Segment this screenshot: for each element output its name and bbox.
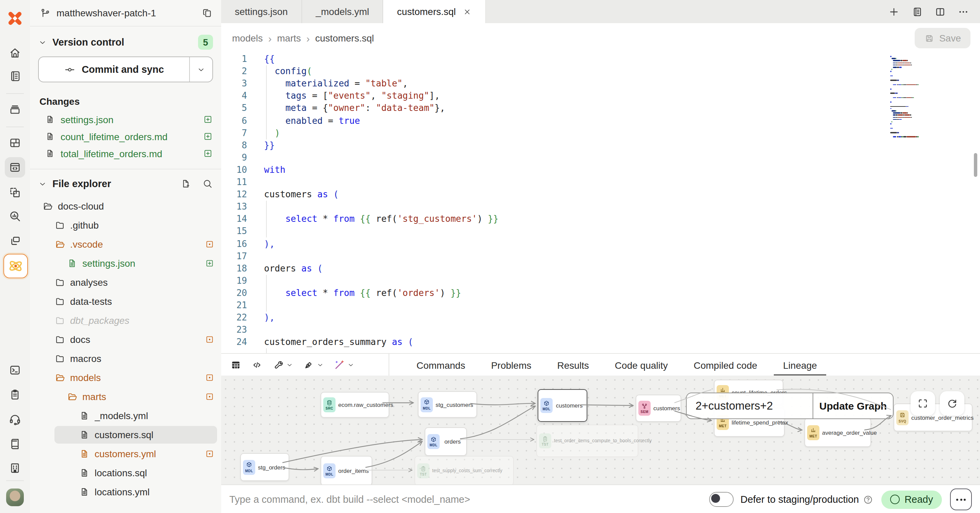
breadcrumb-segment[interactable]: customers.sql <box>315 33 374 44</box>
lineage-canvas[interactable]: 2+customers+2 Update Graph SRCecom.raw_c… <box>221 376 980 484</box>
rail-item-terminal[interactable] <box>8 363 22 377</box>
rail-item-windows[interactable] <box>8 234 22 248</box>
lineage-node-test-supply-costs[interactable]: TSTtest_supply_costs_sum_correctly <box>414 456 514 484</box>
code-line: 13 <box>221 201 980 213</box>
rail-item-docs[interactable] <box>8 437 22 450</box>
lineage-node-stg-customers[interactable]: MDLstg_customers <box>418 391 477 418</box>
tree-item-customers.yml[interactable]: customers.yml <box>30 444 221 463</box>
tree-item-docs-cloud[interactable]: docs-cloud <box>30 197 221 216</box>
stage-plus-icon[interactable] <box>203 148 213 159</box>
version-control-header[interactable]: Version control 5 <box>30 32 221 52</box>
defer-toggle[interactable] <box>709 492 733 507</box>
lineage-node-test-order-items[interactable]: TSTtest_order_items_compute_to_bools_cor… <box>536 424 638 457</box>
lineage-refresh-button[interactable] <box>940 391 964 416</box>
rail-item-insights[interactable] <box>8 210 22 223</box>
avatar[interactable] <box>6 489 24 506</box>
rail-item-support[interactable] <box>8 412 22 426</box>
split-editor-icon[interactable] <box>934 6 946 17</box>
tree-item-locations.yml[interactable]: locations.yml <box>30 482 221 502</box>
modified-badge-icon[interactable] <box>205 373 215 382</box>
rail-item-home[interactable] <box>8 46 22 60</box>
lineage-node-order-items[interactable]: MDLorder_items <box>321 456 372 484</box>
rail-item-archive[interactable] <box>8 103 22 116</box>
panel-tab-commands[interactable]: Commands <box>417 354 465 376</box>
panel-tab-compiled-code[interactable]: Compiled code <box>694 354 757 376</box>
code-editor[interactable]: 1{{2 config(3 materialized = "table",4 t… <box>221 53 980 353</box>
modified-badge-icon[interactable] <box>205 335 215 344</box>
editor-area: settings.json_models.ymlcustomers.sql mo… <box>221 0 980 513</box>
tree-item-_models.yml[interactable]: _models.yml <box>30 406 221 425</box>
lint-tool[interactable] <box>303 359 324 371</box>
more-options-button[interactable] <box>950 489 972 510</box>
modified-badge-icon[interactable] <box>205 392 215 402</box>
tab-_models.yml[interactable]: _models.yml <box>302 0 383 23</box>
modified-badge-icon[interactable] <box>205 449 215 459</box>
file-list-icon[interactable] <box>911 6 923 17</box>
rail-item-notebook[interactable] <box>8 69 22 83</box>
new-file-icon[interactable] <box>180 178 191 189</box>
tree-item-dbt_packages[interactable]: dbt_packages <box>30 311 221 330</box>
chevron-down-icon <box>347 361 355 369</box>
lineage-node-average-order-value[interactable]: METaverage_order_value <box>804 418 871 447</box>
branch-row[interactable]: matthewshaver-patch-1 <box>30 0 221 27</box>
rail-item-tasks[interactable] <box>8 388 22 402</box>
panel-tab-results[interactable]: Results <box>557 354 589 376</box>
rail-item-fusion[interactable] <box>3 254 27 277</box>
results-table-icon[interactable] <box>230 359 242 371</box>
commit-and-sync-button[interactable]: Commit and sync <box>38 56 213 82</box>
tree-item-settings.json[interactable]: settings.json <box>30 254 221 273</box>
commit-options-button[interactable] <box>190 57 212 82</box>
change-item[interactable]: total_lifetime_orders.md <box>30 145 221 162</box>
tree-item-models[interactable]: models <box>30 368 221 387</box>
help-icon[interactable] <box>863 494 873 505</box>
lineage-selector-input[interactable]: 2+customers+2 <box>687 393 813 418</box>
build-tool[interactable] <box>272 359 293 371</box>
lineage-fullscreen-button[interactable] <box>911 391 935 416</box>
rail-item-ide[interactable] <box>5 157 25 178</box>
tree-item-marts[interactable]: marts <box>30 387 221 406</box>
search-icon[interactable] <box>202 178 213 189</box>
stage-plus-icon[interactable] <box>203 114 213 124</box>
panel-tab-lineage[interactable]: Lineage <box>783 354 817 376</box>
close-icon[interactable] <box>463 7 472 16</box>
folder-icon <box>54 220 65 231</box>
tab-settings.json[interactable]: settings.json <box>221 0 302 23</box>
sql-code-icon[interactable] <box>251 359 263 371</box>
save-button[interactable]: Save <box>915 28 970 48</box>
ai-assist-tool[interactable] <box>334 359 355 371</box>
lineage-node-stg-orders[interactable]: MDLstg_orders <box>240 453 289 481</box>
added-badge-icon[interactable] <box>205 259 215 268</box>
stage-plus-icon[interactable] <box>203 131 213 141</box>
rail-item-organization[interactable] <box>8 461 22 475</box>
change-item[interactable]: settings.json <box>30 111 221 128</box>
lineage-node-ecom-raw-customers[interactable]: SRCecom.raw_customers <box>321 392 389 418</box>
new-tab-icon[interactable] <box>888 6 900 17</box>
tab-customers.sql[interactable]: customers.sql <box>383 0 486 23</box>
tree-item-data-tests[interactable]: data-tests <box>30 292 221 311</box>
command-input[interactable]: Type a command, ex. dbt build --select <… <box>229 494 709 505</box>
breadcrumb-segment[interactable]: marts <box>277 33 301 44</box>
lineage-node-sem-customers[interactable]: SEMcustomers <box>636 395 681 422</box>
tree-item-macros[interactable]: macros <box>30 349 221 368</box>
tree-item-customers.sql[interactable]: customers.sql <box>30 425 221 444</box>
panel-tab-code-quality[interactable]: Code quality <box>615 354 668 376</box>
update-graph-button[interactable]: Update Graph <box>813 393 893 418</box>
file-explorer-header[interactable]: File explorer <box>30 173 221 194</box>
modified-badge-icon[interactable] <box>205 240 215 249</box>
rail-item-dashboard[interactable] <box>8 136 22 150</box>
panel-tab-problems[interactable]: Problems <box>491 354 531 376</box>
tree-item-locations.sql[interactable]: locations.sql <box>30 463 221 482</box>
tree-item-label: macros <box>70 353 215 364</box>
tree-item-.vscode[interactable]: .vscode <box>30 235 221 254</box>
tree-item-.github[interactable]: .github <box>30 216 221 235</box>
copy-icon[interactable] <box>202 7 213 19</box>
lineage-node-customers[interactable]: MDLcustomers <box>538 389 587 422</box>
breadcrumb-segment[interactable]: models <box>232 33 263 44</box>
tree-item-analyses[interactable]: analyses <box>30 273 221 292</box>
lineage-node-orders[interactable]: MDLorders <box>425 427 467 456</box>
tree-item-docs[interactable]: docs <box>30 330 221 349</box>
rail-item-canvas[interactable] <box>8 186 22 199</box>
rail-item-dbt-logo[interactable] <box>6 10 24 27</box>
change-item[interactable]: count_lifetime_orders.md <box>30 128 221 145</box>
tab-overflow-icon[interactable] <box>958 6 969 17</box>
